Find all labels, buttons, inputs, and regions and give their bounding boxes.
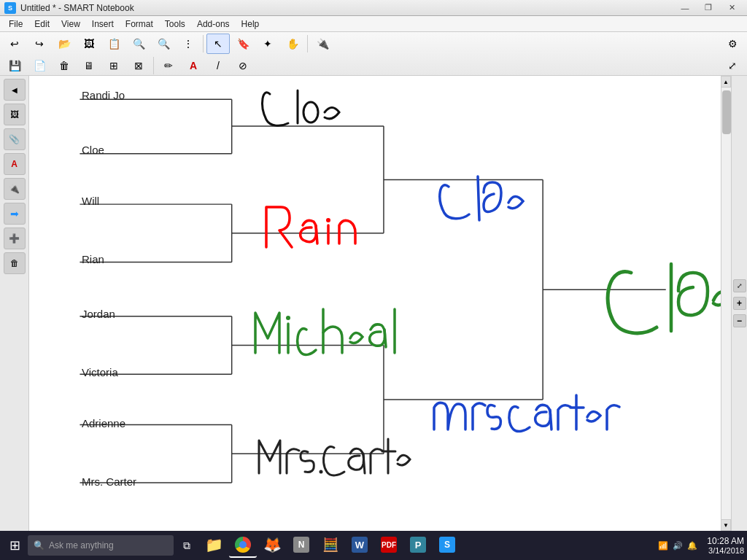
menu-addons[interactable]: Add-ons bbox=[191, 18, 236, 31]
expand-right-button[interactable]: ⤢ bbox=[733, 279, 746, 292]
restore-button[interactable]: ❐ bbox=[697, 1, 719, 15]
toolbar: ↩ ↪ 📂 🖼 📋 🔍 🔍 ⋮ ↖ 🔖 ✦ ✋ 🔌 💾 📄 🗑 🖥 ⊞ ⊠ ✏ bbox=[0, 32, 747, 76]
start-button[interactable]: ⊞ bbox=[3, 534, 26, 557]
menu-file[interactable]: File bbox=[3, 18, 28, 31]
notification-icon[interactable]: 🔔 bbox=[686, 540, 698, 551]
image-button[interactable]: 🖼 bbox=[77, 34, 101, 54]
taskbar-app-calc[interactable]: 🧮 bbox=[317, 533, 344, 558]
toolbar-row1: ↩ ↪ 📂 🖼 📋 🔍 🔍 ⋮ ↖ 🔖 ✦ ✋ 🔌 bbox=[3, 34, 719, 54]
hw-cloe-r1 bbox=[255, 79, 401, 138]
right-sidebar: ⤢ + − bbox=[731, 76, 747, 531]
smart-icon: S bbox=[439, 537, 455, 553]
ppt-icon: P bbox=[410, 537, 426, 553]
undo-button[interactable]: ↩ bbox=[3, 34, 26, 54]
fire-icon: 🦊 bbox=[263, 536, 282, 553]
line-button[interactable]: / bbox=[206, 55, 230, 76]
sidebar-add-button[interactable]: ➕ bbox=[4, 228, 26, 249]
sidebar-plugin-button[interactable]: 🔌 bbox=[4, 178, 26, 200]
svg-point-23 bbox=[303, 102, 318, 122]
taskbar-right: 📶 🔊 🔔 10:28 AM 3/14/2018 bbox=[653, 536, 744, 555]
minimize-button[interactable]: — bbox=[674, 1, 696, 15]
save-button[interactable]: 💾 bbox=[3, 55, 26, 76]
vertical-scrollbar[interactable] bbox=[721, 76, 731, 531]
participant-victoria: Victoria bbox=[82, 366, 118, 378]
unk1-icon: N bbox=[293, 537, 309, 553]
participant-randi-jo: Randi Jo bbox=[82, 89, 125, 101]
scroll-down-arrow[interactable]: ▼ bbox=[721, 519, 731, 531]
stamp-button[interactable]: 🔖 bbox=[231, 34, 255, 54]
taskbar-app-fire[interactable]: 🦊 bbox=[258, 533, 286, 558]
menu-help[interactable]: Help bbox=[236, 18, 266, 31]
toolbar-row2: 💾 📄 🗑 🖥 ⊞ ⊠ ✏ A / ⊘ bbox=[3, 55, 719, 76]
participant-will: Will bbox=[82, 195, 99, 207]
settings-area: ⚙ ⤢ bbox=[721, 34, 744, 76]
taskbar-search[interactable]: 🔍 Ask me anything bbox=[28, 535, 174, 556]
erase2-button[interactable]: ⊘ bbox=[231, 55, 255, 76]
app-icon: S bbox=[4, 2, 16, 14]
hw-cloe-r2 bbox=[434, 171, 573, 229]
participant-cloe: Cloe bbox=[82, 144, 104, 156]
text-button[interactable]: A bbox=[182, 55, 205, 76]
sidebar-image-button[interactable]: 🖼 bbox=[4, 104, 26, 125]
window-title: Untitled * - SMART Notebook bbox=[20, 3, 134, 13]
taskbar-app-unk1[interactable]: N bbox=[287, 533, 315, 558]
toolbar-sep2 bbox=[307, 35, 308, 52]
participant-jordan: Jordan bbox=[82, 308, 115, 320]
addon-button[interactable]: 🔌 bbox=[311, 34, 334, 54]
expand2-button[interactable]: ⤢ bbox=[721, 55, 744, 76]
task-view-button[interactable]: ⧉ bbox=[175, 534, 198, 557]
menu-insert[interactable]: Insert bbox=[86, 18, 120, 31]
clear-button[interactable]: ⊠ bbox=[127, 55, 150, 76]
participant-mrs-carter: Mrs. Carter bbox=[82, 475, 136, 488]
taskbar-app-smart[interactable]: S bbox=[433, 533, 461, 558]
zoom-in-button[interactable]: 🔍 bbox=[127, 34, 150, 54]
taskbar-app-chrome[interactable] bbox=[229, 533, 257, 558]
copy-button[interactable]: 📋 bbox=[102, 34, 125, 54]
sidebar-del-button[interactable]: 🗑 bbox=[4, 252, 26, 274]
eraser-button[interactable]: ✦ bbox=[256, 34, 279, 54]
left-sidebar: ◀ 🖼 📎 A 🔌 ➡ ➕ 🗑 bbox=[0, 76, 29, 531]
sidebar-clip-button[interactable]: 📎 bbox=[4, 128, 26, 150]
pen-button[interactable]: ✏ bbox=[157, 55, 180, 76]
scroll-up-arrow[interactable]: ▲ bbox=[721, 76, 731, 88]
grid-button[interactable]: ⊞ bbox=[102, 55, 125, 76]
delete-button[interactable]: 🗑 bbox=[53, 55, 76, 76]
search-icon: 🔍 bbox=[34, 540, 44, 551]
nav-back-button[interactable]: ◀ bbox=[4, 79, 26, 101]
taskbar-app-explorer[interactable]: 📁 bbox=[200, 533, 228, 558]
participant-adrienne: Adrienne bbox=[82, 417, 125, 429]
move-button[interactable]: ✋ bbox=[281, 34, 304, 54]
clock-date: 3/14/2018 bbox=[707, 546, 744, 555]
canvas-area: Randi Jo Cloe Will Rian Jordan Victoria … bbox=[29, 76, 731, 531]
system-clock[interactable]: 10:28 AM 3/14/2018 bbox=[707, 536, 744, 555]
pointer-button[interactable]: ↖ bbox=[206, 34, 230, 54]
zoom-plus-button[interactable]: + bbox=[733, 297, 746, 310]
taskbar-app-ppt[interactable]: P bbox=[404, 533, 432, 558]
zoom-out-button[interactable]: 🔍 bbox=[152, 34, 175, 54]
search-placeholder: Ask me anything bbox=[49, 540, 114, 551]
new-button[interactable]: 📄 bbox=[28, 55, 51, 76]
settings-button[interactable]: ⚙ bbox=[721, 34, 744, 54]
menu-view[interactable]: View bbox=[55, 18, 86, 31]
toolbar-sep1 bbox=[203, 35, 204, 52]
screen-button[interactable]: 🖥 bbox=[77, 55, 101, 76]
taskbar-app-pdf[interactable]: PDF bbox=[375, 533, 403, 558]
sidebar-arrow-button[interactable]: ➡ bbox=[4, 203, 26, 225]
close-button[interactable]: ✕ bbox=[721, 1, 743, 15]
volume-icon[interactable]: 🔊 bbox=[672, 540, 684, 551]
sidebar-text-button[interactable]: A bbox=[4, 153, 26, 175]
redo-button[interactable]: ↪ bbox=[28, 34, 51, 54]
zoom-minus-button[interactable]: − bbox=[733, 314, 746, 327]
menubar: File Edit View Insert Format Tools Add-o… bbox=[0, 16, 747, 32]
open-button[interactable]: 📂 bbox=[53, 34, 76, 54]
menu-edit[interactable]: Edit bbox=[28, 18, 55, 31]
taskbar-app-word[interactable]: W bbox=[346, 533, 374, 558]
scrollbar-thumb[interactable] bbox=[722, 90, 731, 134]
svg-line-24 bbox=[316, 225, 317, 244]
calc-icon: 🧮 bbox=[322, 537, 338, 553]
menu-tools[interactable]: Tools bbox=[159, 18, 191, 31]
menu-format[interactable]: Format bbox=[120, 18, 159, 31]
more-button[interactable]: ⋮ bbox=[177, 34, 200, 54]
network-icon[interactable]: 📶 bbox=[657, 540, 669, 551]
main-area: ◀ 🖼 📎 A 🔌 ➡ ➕ 🗑 bbox=[0, 76, 747, 531]
